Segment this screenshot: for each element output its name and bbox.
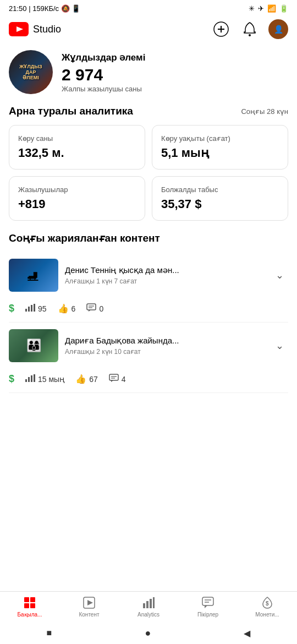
svg-rect-29 — [153, 597, 155, 608]
content-title-1: Денис Теннің қысқа да мән... — [65, 265, 264, 275]
analytics-card-views: Көру саны 132,5 м. — [9, 125, 145, 170]
content-stats-1: $ 95 👍 6 — [9, 298, 288, 322]
subscriber-label: Жалпы жазылушы саны — [62, 85, 288, 93]
dollar-stat-2: $ — [9, 373, 14, 385]
svg-rect-27 — [146, 601, 148, 608]
like-icon-1: 👍 — [58, 303, 69, 314]
comment-icon-2 — [109, 374, 119, 385]
svg-rect-23 — [30, 603, 35, 608]
tab-content-label: Контент — [79, 612, 99, 618]
status-network: 159КБ/с — [32, 4, 59, 13]
comments-count-1: 0 — [99, 304, 103, 313]
svg-point-5 — [249, 34, 251, 36]
svg-rect-30 — [202, 597, 213, 605]
svg-rect-21 — [30, 597, 35, 602]
airplane-icon: ✈ — [258, 4, 264, 13]
dollar-stat-1: $ — [9, 303, 14, 314]
expand-button-1[interactable]: ⌄ — [271, 266, 288, 284]
content-item-2: 👨‍👩‍👦 Дариға Бадықова жайында... Алғашқы… — [9, 323, 288, 393]
content-date-1: Алғашқы 1 күн 7 сағат — [65, 277, 264, 285]
status-icons: ✳ ✈ 📶 🔋 — [249, 4, 288, 13]
channel-details: Жұлдыздар әлемі 2 974 Жалпы жазылушы сан… — [62, 52, 288, 93]
svg-rect-14 — [28, 377, 30, 382]
likes-stat-2: 👍 67 — [75, 374, 98, 384]
system-nav: ■ ● ◀ — [0, 622, 297, 644]
content-stats-2: $ 15 мың 👍 67 — [9, 369, 288, 392]
thumbnail-1: ⛸ — [9, 259, 58, 292]
views-count-1: 95 — [38, 304, 47, 313]
channel-name: Жұлдыздар әлемі — [62, 52, 288, 63]
svg-rect-17 — [109, 374, 118, 380]
logo-area: Studio — [9, 22, 61, 36]
tab-content[interactable]: Контент — [59, 596, 119, 618]
analytics-header: Арна туралы аналитика Соңғы 28 күн — [9, 105, 288, 117]
likes-count-1: 6 — [72, 304, 76, 313]
analytics-title: Арна туралы аналитика — [9, 105, 133, 117]
content-meta-2: Дариға Бадықова жайында... Алғашқы 2 күн… — [65, 336, 264, 356]
like-icon-2: 👍 — [75, 374, 86, 384]
top-nav: Studio 👤 — [0, 15, 297, 46]
svg-rect-9 — [34, 304, 35, 312]
analytics-card-revenue: Болжалды табыс 35,37 $ — [152, 176, 288, 221]
views-value: 132,5 м. — [18, 146, 136, 160]
tab-monetization-label: Монети... — [255, 612, 279, 618]
svg-rect-8 — [31, 305, 32, 312]
svg-rect-6 — [25, 309, 27, 312]
views-icon-2 — [25, 374, 35, 384]
bluetooth-icon: ✳ — [249, 4, 255, 13]
avatar[interactable]: 👤 — [268, 19, 288, 39]
comments-count-2: 4 — [122, 375, 126, 384]
tab-dashboard[interactable]: Бақыла... — [0, 596, 59, 618]
analytics-card-watchtime: Көру уақыты (сағат) 5,1 мың — [152, 125, 288, 170]
content-icon — [82, 596, 96, 609]
studio-label: Studio — [33, 24, 61, 35]
comment-icon-1 — [86, 303, 96, 314]
revenue-label: Болжалды табыс — [161, 185, 279, 194]
svg-rect-10 — [87, 304, 96, 310]
tab-analytics[interactable]: Analytics — [119, 596, 178, 618]
comments-icon — [201, 596, 215, 609]
thumbnail-2: 👨‍👩‍👦 — [9, 329, 58, 362]
subscribers-label: Жазылушылар — [18, 185, 136, 194]
svg-rect-7 — [28, 307, 30, 312]
recent-content-title: Соңғы жарияланған контент — [9, 232, 288, 244]
svg-rect-16 — [34, 374, 35, 382]
svg-text:$: $ — [266, 601, 269, 607]
views-stat-1: 95 — [25, 304, 47, 314]
status-time-and-speed: 21:50 | 159КБ/с 🔕 📱 — [9, 4, 80, 13]
add-button[interactable] — [211, 19, 231, 39]
watchtime-label: Көру уақыты (сағат) — [161, 134, 279, 143]
notification-button[interactable] — [240, 19, 260, 39]
analytics-card-subscribers: Жазылушылар +819 — [9, 176, 145, 221]
tab-dashboard-label: Бақыла... — [17, 612, 42, 618]
analytics-grid: Көру саны 132,5 м. Көру уақыты (сағат) 5… — [9, 125, 288, 221]
content-date-2: Алғашқы 2 күн 10 сағат — [65, 348, 264, 356]
tab-monetization[interactable]: $ Монети... — [238, 596, 297, 618]
recents-button[interactable]: ■ — [47, 628, 52, 638]
subscriber-count: 2 974 — [62, 66, 288, 84]
views-stat-2: 15 мың — [25, 374, 64, 384]
channel-thumbnail: ЖҰЛДЫЗДАРӘЛЕМІ — [9, 50, 53, 94]
svg-rect-22 — [24, 603, 29, 608]
status-time: 21:50 — [9, 4, 27, 13]
home-button[interactable]: ● — [145, 627, 151, 639]
analytics-period: Соңғы 28 күн — [241, 107, 288, 116]
analytics-section: Арна туралы аналитика Соңғы 28 күн Көру … — [0, 105, 297, 232]
monetization-icon: $ — [261, 596, 274, 609]
svg-rect-20 — [24, 597, 29, 602]
back-button[interactable]: ◀ — [244, 628, 250, 638]
dollar-icon-1: $ — [9, 303, 14, 314]
tab-analytics-label: Analytics — [138, 612, 160, 618]
comments-stat-2: 4 — [109, 374, 126, 385]
content-item-1: ⛸ Денис Теннің қысқа да мән... Алғашқы 1… — [9, 252, 288, 323]
dashboard-icon — [23, 596, 36, 609]
svg-marker-25 — [87, 600, 93, 605]
nav-icons: 👤 — [211, 19, 288, 39]
bottom-nav: Бақыла... Контент Analytics Пікірлер — [0, 591, 297, 624]
expand-button-2[interactable]: ⌄ — [271, 337, 288, 354]
subscribers-value: +819 — [18, 197, 136, 211]
youtube-logo — [9, 22, 29, 36]
watchtime-value: 5,1 мың — [161, 146, 279, 160]
tab-comments[interactable]: Пікірлер — [178, 596, 238, 618]
channel-info: ЖҰЛДЫЗДАРӘЛЕМІ Жұлдыздар әлемі 2 974 Жал… — [0, 46, 297, 105]
